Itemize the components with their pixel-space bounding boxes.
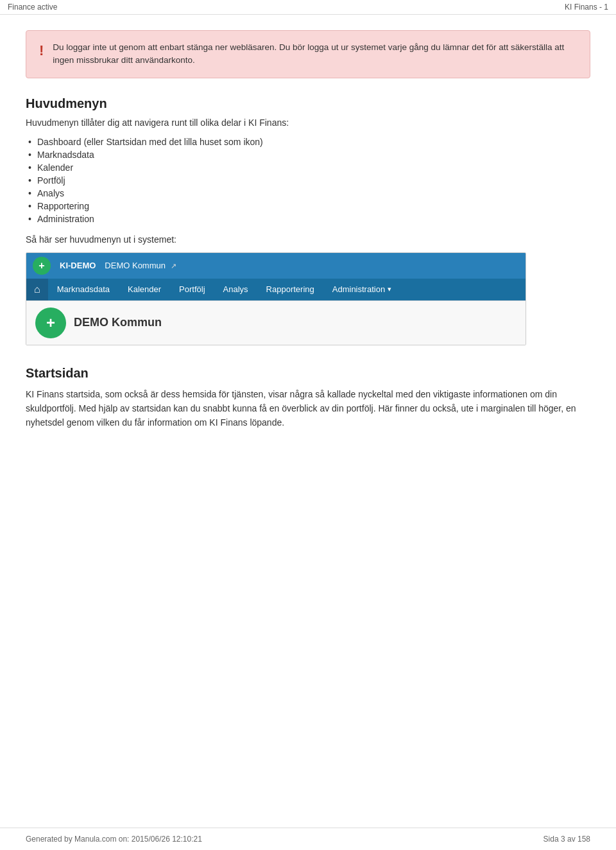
- nav-menu-bar: ⌂ Marknadsdata Kalender Portfölj Analys …: [26, 279, 526, 300]
- list-item: Kalender: [26, 161, 590, 174]
- nav-item-kalender[interactable]: Kalender: [119, 279, 170, 300]
- nav-org: DEMO Kommun ↗: [105, 261, 176, 270]
- page-id-label: KI Finans - 1: [565, 3, 608, 12]
- warning-icon: !: [39, 42, 44, 59]
- system-label: Så här ser huvudmenyn ut i systemet:: [26, 234, 590, 245]
- org-name-large: DEMO Kommun: [74, 316, 162, 329]
- nav-logo: +: [33, 257, 51, 275]
- nav-logo-bar: + DEMO Kommun: [26, 300, 526, 345]
- warning-text: Du loggar inte ut genom att enbart stäng…: [53, 41, 577, 67]
- startsidan-heading: Startsidan: [26, 366, 590, 381]
- nav-item-portfolj[interactable]: Portfölj: [170, 279, 214, 300]
- home-button[interactable]: ⌂: [26, 279, 48, 300]
- footer-left: Generated by Manula.com on: 2015/06/26 1…: [26, 835, 202, 844]
- warning-box: ! Du loggar inte ut genom att enbart stä…: [26, 30, 590, 78]
- startsidan-paragraph1: KI Finans startsida, som också är dess h…: [26, 387, 590, 430]
- nav-item-rapportering[interactable]: Rapportering: [257, 279, 323, 300]
- nav-item-marknadsdata[interactable]: Marknadsdata: [48, 279, 119, 300]
- nav-screenshot: + KI-DEMO DEMO Kommun ↗ ⌂ Marknadsdata K…: [26, 252, 526, 345]
- finance-active-label: Finance active: [8, 3, 57, 12]
- huvudmenyn-heading: Huvudmenyn: [26, 96, 590, 111]
- footer-right: Sida 3 av 158: [543, 835, 590, 844]
- menu-list: Dashboard (eller Startsidan med det lill…: [26, 135, 590, 225]
- page-footer: Generated by Manula.com on: 2015/06/26 1…: [0, 828, 616, 850]
- list-item: Analys: [26, 187, 590, 200]
- huvudmenyn-intro: Huvudmenyn tillåter dig att navigera run…: [26, 117, 590, 128]
- logo-circle: +: [33, 257, 51, 275]
- nav-brand: KI-DEMO: [60, 261, 96, 270]
- warning-line1: Du loggar inte ut genom att enbart stäng…: [53, 42, 277, 52]
- nav-top-bar: + KI-DEMO DEMO Kommun ↗: [26, 253, 526, 279]
- logo-circle-large: +: [35, 308, 66, 338]
- top-bar: Finance active KI Finans - 1: [0, 0, 616, 15]
- list-item: Portfölj: [26, 174, 590, 187]
- list-item: Marknadsdata: [26, 148, 590, 161]
- nav-item-analys[interactable]: Analys: [214, 279, 257, 300]
- list-item: Dashboard (eller Startsidan med det lill…: [26, 135, 590, 148]
- list-item: Rapportering: [26, 200, 590, 212]
- nav-item-administration[interactable]: Administration: [323, 279, 400, 300]
- list-item: Administration: [26, 212, 590, 225]
- nav-org-icon: ↗: [171, 262, 176, 270]
- main-content: ! Du loggar inte ut genom att enbart stä…: [0, 15, 616, 488]
